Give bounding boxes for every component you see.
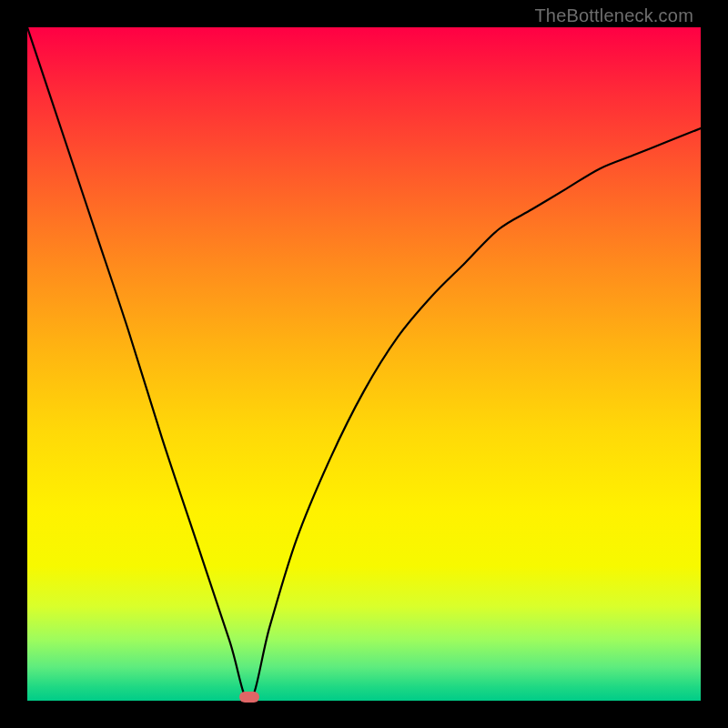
bottleneck-curve <box>27 27 701 701</box>
optimal-point-marker <box>239 692 259 703</box>
watermark-text: TheBottleneck.com <box>534 5 693 26</box>
